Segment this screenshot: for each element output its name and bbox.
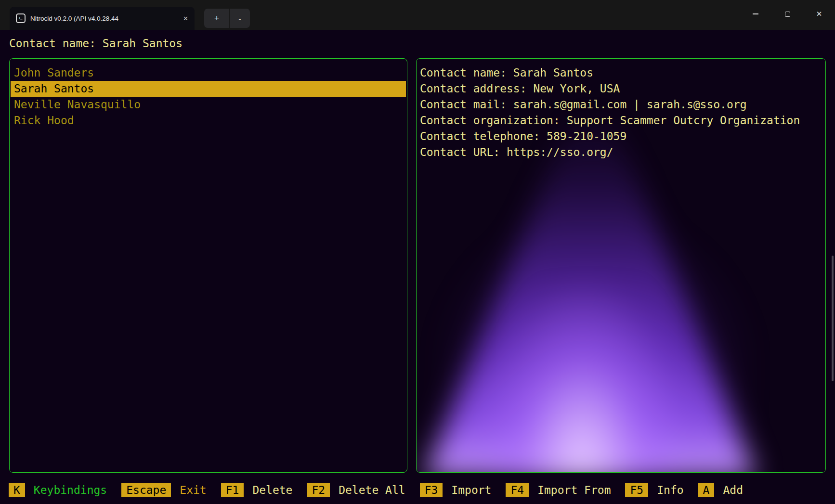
glow-ambient xyxy=(436,174,754,473)
contact-list-item[interactable]: John Sanders xyxy=(11,65,406,81)
terminal-screen: Contact name: Sarah Santos John Sanders … xyxy=(0,30,835,504)
key-badge: A xyxy=(698,483,715,497)
contact-detail-line: Contact name: Sarah Santos xyxy=(417,65,825,81)
minimize-icon xyxy=(753,13,758,14)
contact-list-item[interactable]: Neville Navasquillo xyxy=(11,97,406,113)
tab-title: Nitrocid v0.2.0 (API v4.0.28.44 xyxy=(30,15,180,22)
contact-name-header: Contact name: Sarah Santos xyxy=(9,36,183,52)
keybinding-import[interactable]: F3 Import xyxy=(420,483,506,497)
maximize-icon xyxy=(785,12,790,17)
contact-detail-line: Contact URL: https://sso.org/ xyxy=(417,144,825,160)
glow-cone xyxy=(424,112,756,473)
keybinding-exit[interactable]: Escape Exit xyxy=(121,483,221,497)
contact-detail-line: Contact telephone: 589-210-1059 xyxy=(417,129,825,144)
contact-list: John Sanders Sarah Santos Neville Navasq… xyxy=(10,59,407,129)
contact-details: Contact name: Sarah Santos Contact addre… xyxy=(417,59,825,160)
contact-list-panel: John Sanders Sarah Santos Neville Navasq… xyxy=(9,58,407,473)
keybinding-info[interactable]: F5 Info xyxy=(625,483,698,497)
new-tab-button[interactable]: + xyxy=(204,9,229,28)
key-label: Import xyxy=(451,483,491,497)
key-label: Info xyxy=(657,483,683,497)
tab-dropdown-button[interactable]: ⌄ xyxy=(230,9,250,28)
minimize-button[interactable] xyxy=(740,0,771,28)
key-badge: F5 xyxy=(625,483,648,497)
contact-details-panel: Contact name: Sarah Santos Contact addre… xyxy=(416,58,826,473)
key-label: Import From xyxy=(537,483,611,497)
terminal-icon: ›_ xyxy=(16,13,26,23)
key-label: Keybindings xyxy=(34,483,107,497)
key-label: Exit xyxy=(180,483,206,497)
titlebar: ›_ Nitrocid v0.2.0 (API v4.0.28.44 ✕ + ⌄… xyxy=(0,0,835,30)
key-badge: F3 xyxy=(420,483,443,497)
key-badge: K xyxy=(9,483,25,497)
keybinding-keybindings[interactable]: K Keybindings xyxy=(9,483,121,497)
contact-detail-line: Contact mail: sarah.s@gmail.com | sarah.… xyxy=(417,97,825,113)
keybindings-bar: K Keybindings Escape Exit F1 Delete F2 D… xyxy=(9,482,757,497)
scrollbar[interactable] xyxy=(832,256,834,381)
contact-detail-line: Contact organization: Support Scammer Ou… xyxy=(417,113,825,129)
glow-core xyxy=(474,280,681,473)
terminal-tab[interactable]: ›_ Nitrocid v0.2.0 (API v4.0.28.44 ✕ xyxy=(10,7,195,30)
key-label: Add xyxy=(723,483,743,497)
keybinding-delete-all[interactable]: F2 Delete All xyxy=(307,483,419,497)
new-tab-group: + ⌄ xyxy=(204,9,250,28)
keybinding-import-from[interactable]: F4 Import From xyxy=(506,483,625,497)
tab-close-icon[interactable]: ✕ xyxy=(183,15,188,22)
key-badge: F4 xyxy=(506,483,529,497)
window-controls: ✕ xyxy=(740,0,835,28)
maximize-button[interactable] xyxy=(771,0,803,28)
contact-list-item-selected[interactable]: Sarah Santos xyxy=(11,81,406,97)
keybinding-add[interactable]: A Add xyxy=(698,483,757,497)
close-button[interactable]: ✕ xyxy=(803,0,835,28)
close-icon: ✕ xyxy=(816,10,822,18)
contact-list-item[interactable]: Rick Hood xyxy=(11,113,406,129)
key-badge: F2 xyxy=(307,483,330,497)
key-badge: F1 xyxy=(221,483,244,497)
keybinding-delete[interactable]: F1 Delete xyxy=(221,483,307,497)
contact-detail-line: Contact address: New York, USA xyxy=(417,81,825,97)
key-label: Delete All xyxy=(339,483,405,497)
key-badge: Escape xyxy=(121,483,171,497)
key-label: Delete xyxy=(252,483,292,497)
